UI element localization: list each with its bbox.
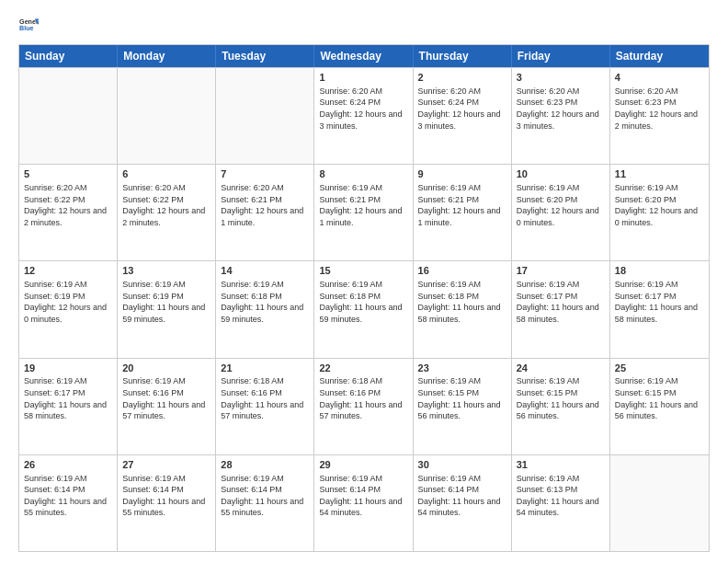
cell-sun-info: Sunrise: 6:19 AMSunset: 6:13 PMDaylight:… bbox=[517, 473, 605, 519]
day-header-tuesday: Tuesday bbox=[216, 45, 314, 67]
day-number: 29 bbox=[319, 458, 407, 472]
calendar-cell: 27Sunrise: 6:19 AMSunset: 6:14 PMDayligh… bbox=[118, 455, 216, 551]
cell-sun-info: Sunrise: 6:19 AMSunset: 6:20 PMDaylight:… bbox=[517, 182, 605, 228]
cell-sun-info: Sunrise: 6:20 AMSunset: 6:22 PMDaylight:… bbox=[122, 182, 210, 228]
cell-sun-info: Sunrise: 6:19 AMSunset: 6:18 PMDaylight:… bbox=[418, 279, 506, 325]
calendar-row-3: 12Sunrise: 6:19 AMSunset: 6:19 PMDayligh… bbox=[19, 260, 709, 357]
day-number: 17 bbox=[517, 264, 605, 278]
cell-sun-info: Sunrise: 6:18 AMSunset: 6:16 PMDaylight:… bbox=[221, 375, 309, 421]
day-header-wednesday: Wednesday bbox=[314, 45, 413, 67]
day-number: 6 bbox=[122, 167, 210, 181]
day-number: 30 bbox=[418, 458, 506, 472]
day-header-friday: Friday bbox=[512, 45, 610, 67]
calendar-cell bbox=[118, 68, 216, 164]
calendar-cell: 9Sunrise: 6:19 AMSunset: 6:21 PMDaylight… bbox=[414, 165, 512, 260]
day-number: 26 bbox=[24, 458, 112, 472]
cell-sun-info: Sunrise: 6:20 AMSunset: 6:24 PMDaylight:… bbox=[418, 86, 506, 132]
calendar-row-2: 5Sunrise: 6:20 AMSunset: 6:22 PMDaylight… bbox=[19, 164, 709, 260]
calendar-cell: 12Sunrise: 6:19 AMSunset: 6:19 PMDayligh… bbox=[19, 261, 118, 357]
page: General Blue SundayMondayTuesdayWednesda… bbox=[0, 0, 728, 563]
day-number: 3 bbox=[517, 71, 605, 85]
cell-sun-info: Sunrise: 6:19 AMSunset: 6:19 PMDaylight:… bbox=[122, 279, 210, 325]
cell-sun-info: Sunrise: 6:19 AMSunset: 6:17 PMDaylight:… bbox=[615, 279, 704, 325]
cell-sun-info: Sunrise: 6:19 AMSunset: 6:16 PMDaylight:… bbox=[122, 375, 210, 421]
day-number: 31 bbox=[517, 458, 605, 472]
day-number: 8 bbox=[319, 167, 407, 181]
day-number: 20 bbox=[122, 362, 210, 375]
day-number: 9 bbox=[418, 167, 506, 181]
calendar-cell bbox=[19, 68, 118, 164]
calendar-cell: 14Sunrise: 6:19 AMSunset: 6:18 PMDayligh… bbox=[216, 261, 314, 357]
calendar-cell: 13Sunrise: 6:19 AMSunset: 6:19 PMDayligh… bbox=[118, 261, 216, 357]
calendar-cell bbox=[610, 455, 709, 551]
calendar-cell: 1Sunrise: 6:20 AMSunset: 6:24 PMDaylight… bbox=[314, 68, 413, 164]
cell-sun-info: Sunrise: 6:19 AMSunset: 6:15 PMDaylight:… bbox=[418, 375, 506, 421]
day-number: 5 bbox=[24, 167, 112, 181]
cell-sun-info: Sunrise: 6:19 AMSunset: 6:14 PMDaylight:… bbox=[221, 473, 309, 519]
cell-sun-info: Sunrise: 6:19 AMSunset: 6:17 PMDaylight:… bbox=[24, 375, 112, 421]
day-header-monday: Monday bbox=[118, 45, 216, 67]
cell-sun-info: Sunrise: 6:19 AMSunset: 6:14 PMDaylight:… bbox=[24, 473, 112, 519]
calendar-row-1: 1Sunrise: 6:20 AMSunset: 6:24 PMDaylight… bbox=[19, 67, 709, 164]
calendar-cell: 8Sunrise: 6:19 AMSunset: 6:21 PMDaylight… bbox=[314, 165, 413, 260]
calendar-cell: 7Sunrise: 6:20 AMSunset: 6:21 PMDaylight… bbox=[216, 165, 314, 260]
cell-sun-info: Sunrise: 6:19 AMSunset: 6:14 PMDaylight:… bbox=[418, 473, 506, 519]
day-number: 28 bbox=[221, 458, 309, 472]
day-header-sunday: Sunday bbox=[19, 45, 118, 67]
calendar-cell: 21Sunrise: 6:18 AMSunset: 6:16 PMDayligh… bbox=[216, 359, 314, 454]
calendar-cell: 20Sunrise: 6:19 AMSunset: 6:16 PMDayligh… bbox=[118, 359, 216, 454]
day-number: 14 bbox=[221, 264, 309, 278]
cell-sun-info: Sunrise: 6:20 AMSunset: 6:24 PMDaylight:… bbox=[319, 86, 407, 132]
calendar-cell: 2Sunrise: 6:20 AMSunset: 6:24 PMDaylight… bbox=[414, 68, 512, 164]
cell-sun-info: Sunrise: 6:19 AMSunset: 6:14 PMDaylight:… bbox=[319, 473, 407, 519]
day-number: 11 bbox=[615, 167, 704, 181]
cell-sun-info: Sunrise: 6:19 AMSunset: 6:19 PMDaylight:… bbox=[24, 279, 112, 325]
cell-sun-info: Sunrise: 6:19 AMSunset: 6:21 PMDaylight:… bbox=[319, 182, 407, 228]
calendar-cell: 25Sunrise: 6:19 AMSunset: 6:15 PMDayligh… bbox=[610, 359, 709, 454]
day-number: 4 bbox=[615, 71, 704, 85]
calendar-cell: 26Sunrise: 6:19 AMSunset: 6:14 PMDayligh… bbox=[19, 455, 118, 551]
day-number: 7 bbox=[221, 167, 309, 181]
cell-sun-info: Sunrise: 6:19 AMSunset: 6:14 PMDaylight:… bbox=[122, 473, 210, 519]
calendar: SundayMondayTuesdayWednesdayThursdayFrid… bbox=[18, 44, 710, 552]
day-number: 21 bbox=[221, 362, 309, 375]
day-number: 10 bbox=[517, 167, 605, 181]
calendar-cell bbox=[216, 68, 314, 164]
calendar-cell: 31Sunrise: 6:19 AMSunset: 6:13 PMDayligh… bbox=[512, 455, 610, 551]
cell-sun-info: Sunrise: 6:19 AMSunset: 6:17 PMDaylight:… bbox=[517, 279, 605, 325]
calendar-cell: 23Sunrise: 6:19 AMSunset: 6:15 PMDayligh… bbox=[414, 359, 512, 454]
day-header-thursday: Thursday bbox=[414, 45, 512, 67]
calendar-cell: 19Sunrise: 6:19 AMSunset: 6:17 PMDayligh… bbox=[19, 359, 118, 454]
calendar-cell: 24Sunrise: 6:19 AMSunset: 6:15 PMDayligh… bbox=[512, 359, 610, 454]
cell-sun-info: Sunrise: 6:18 AMSunset: 6:16 PMDaylight:… bbox=[319, 375, 407, 421]
logo-icon: General Blue bbox=[18, 15, 39, 35]
cell-sun-info: Sunrise: 6:19 AMSunset: 6:15 PMDaylight:… bbox=[517, 375, 605, 421]
day-number: 12 bbox=[24, 264, 112, 278]
day-number: 13 bbox=[122, 264, 210, 278]
calendar-row-4: 19Sunrise: 6:19 AMSunset: 6:17 PMDayligh… bbox=[19, 358, 709, 454]
header: General Blue bbox=[18, 15, 710, 35]
cell-sun-info: Sunrise: 6:19 AMSunset: 6:20 PMDaylight:… bbox=[615, 182, 704, 228]
day-number: 1 bbox=[319, 71, 407, 85]
calendar-cell: 11Sunrise: 6:19 AMSunset: 6:20 PMDayligh… bbox=[610, 165, 709, 260]
day-number: 24 bbox=[517, 362, 605, 375]
calendar-cell: 22Sunrise: 6:18 AMSunset: 6:16 PMDayligh… bbox=[314, 359, 413, 454]
cell-sun-info: Sunrise: 6:20 AMSunset: 6:23 PMDaylight:… bbox=[517, 86, 605, 132]
day-number: 19 bbox=[24, 362, 112, 375]
calendar-cell: 3Sunrise: 6:20 AMSunset: 6:23 PMDaylight… bbox=[512, 68, 610, 164]
calendar-cell: 17Sunrise: 6:19 AMSunset: 6:17 PMDayligh… bbox=[512, 261, 610, 357]
calendar-cell: 16Sunrise: 6:19 AMSunset: 6:18 PMDayligh… bbox=[414, 261, 512, 357]
calendar-body: 1Sunrise: 6:20 AMSunset: 6:24 PMDaylight… bbox=[19, 67, 709, 551]
day-number: 2 bbox=[418, 71, 506, 85]
cell-sun-info: Sunrise: 6:20 AMSunset: 6:22 PMDaylight:… bbox=[24, 182, 112, 228]
cell-sun-info: Sunrise: 6:20 AMSunset: 6:23 PMDaylight:… bbox=[615, 86, 704, 132]
day-number: 15 bbox=[319, 264, 407, 278]
calendar-cell: 6Sunrise: 6:20 AMSunset: 6:22 PMDaylight… bbox=[118, 165, 216, 260]
logo: General Blue bbox=[18, 15, 39, 35]
day-header-saturday: Saturday bbox=[610, 45, 709, 67]
cell-sun-info: Sunrise: 6:19 AMSunset: 6:15 PMDaylight:… bbox=[615, 375, 704, 421]
calendar-cell: 28Sunrise: 6:19 AMSunset: 6:14 PMDayligh… bbox=[216, 455, 314, 551]
calendar-cell: 30Sunrise: 6:19 AMSunset: 6:14 PMDayligh… bbox=[414, 455, 512, 551]
cell-sun-info: Sunrise: 6:19 AMSunset: 6:18 PMDaylight:… bbox=[319, 279, 407, 325]
calendar-cell: 15Sunrise: 6:19 AMSunset: 6:18 PMDayligh… bbox=[314, 261, 413, 357]
